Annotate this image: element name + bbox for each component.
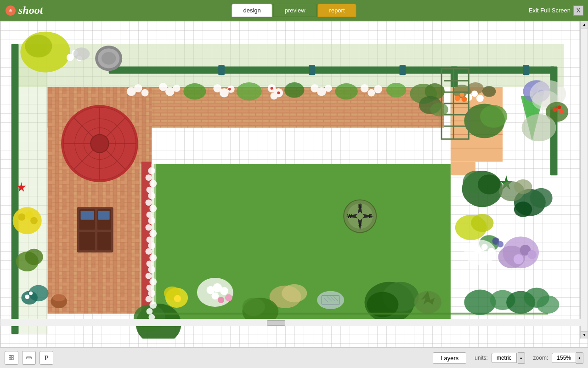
svg-point-240 [553, 107, 557, 112]
svg-point-206 [148, 290, 155, 297]
svg-point-81 [25, 35, 52, 58]
header: shoot design preview report Exit Full Sc… [0, 0, 588, 21]
svg-point-224 [462, 97, 467, 102]
svg-rect-68 [81, 211, 95, 220]
svg-rect-232 [444, 126, 469, 127]
scroll-up-button[interactable]: ▲ [581, 21, 588, 29]
svg-point-134 [471, 214, 493, 232]
ruler-icon-button[interactable] [22, 351, 36, 365]
svg-point-241 [557, 105, 561, 109]
svg-rect-36 [309, 65, 315, 75]
tab-report[interactable]: report [318, 4, 356, 17]
svg-point-197 [146, 236, 153, 243]
svg-point-125 [52, 294, 65, 301]
scroll-down-button[interactable]: ▼ [581, 331, 588, 339]
tab-preview[interactable]: preview [273, 4, 317, 17]
svg-point-111 [386, 83, 406, 98]
zoom-dropdown-button[interactable]: ▲ [576, 352, 583, 364]
svg-rect-245 [11, 356, 13, 357]
svg-point-222 [455, 96, 460, 101]
svg-text:S: S [358, 222, 362, 227]
svg-point-92 [183, 83, 206, 99]
svg-point-102 [277, 92, 280, 94]
svg-point-203 [145, 273, 152, 279]
logo-text: shoot [18, 4, 43, 17]
units-select[interactable]: metric ▲ [492, 352, 525, 364]
svg-point-221 [476, 95, 484, 102]
svg-point-117 [18, 213, 26, 221]
svg-rect-69 [98, 211, 110, 220]
svg-point-196 [149, 230, 157, 237]
svg-point-200 [149, 254, 157, 262]
svg-rect-34 [11, 44, 19, 334]
svg-point-157 [174, 295, 181, 302]
svg-point-191 [145, 199, 152, 206]
zoom-label: zoom: [533, 355, 548, 361]
svg-point-109 [368, 89, 375, 97]
units-dropdown-button[interactable]: ▲ [518, 352, 525, 364]
svg-point-107 [335, 83, 358, 99]
svg-point-121 [25, 249, 43, 265]
svg-point-207 [145, 296, 152, 302]
svg-point-190 [148, 192, 155, 200]
svg-point-91 [173, 85, 181, 92]
vertical-scrollbar[interactable]: ▲ ▼ [580, 21, 588, 339]
exit-fullscreen-button[interactable]: Exit Full Screen [529, 7, 571, 14]
svg-point-161 [220, 287, 228, 295]
svg-point-188 [149, 180, 157, 187]
svg-rect-39 [523, 65, 530, 75]
svg-rect-244 [9, 356, 11, 357]
logo-area: shoot [0, 4, 43, 17]
bottom-toolbar: P Layers units: metric ▲ zoom: 155% ▲ [0, 347, 588, 368]
svg-text:W: W [347, 213, 352, 219]
svg-point-163 [225, 294, 232, 301]
close-button[interactable]: X [573, 6, 583, 16]
units-label: units: [475, 355, 488, 361]
svg-point-53 [102, 52, 116, 65]
svg-point-94 [220, 88, 229, 98]
svg-point-142 [514, 254, 524, 264]
svg-point-204 [149, 278, 157, 286]
zoom-select[interactable]: 155% ▲ [552, 352, 583, 364]
svg-point-103 [284, 82, 304, 98]
svg-point-193 [146, 212, 153, 218]
svg-point-96 [228, 88, 231, 91]
svg-point-126 [25, 294, 29, 299]
canvas-area[interactable]: N S E W [0, 21, 588, 347]
svg-point-137 [497, 241, 503, 247]
scrollbar-thumb[interactable] [267, 320, 285, 326]
svg-rect-66 [79, 232, 96, 250]
svg-point-149 [530, 188, 552, 208]
svg-point-110 [374, 85, 382, 93]
svg-point-147 [479, 253, 486, 259]
units-value: metric [492, 353, 517, 363]
svg-point-101 [271, 87, 273, 90]
svg-point-201 [146, 260, 153, 267]
svg-point-220 [471, 91, 478, 97]
svg-point-141 [527, 250, 537, 259]
svg-point-189 [146, 187, 153, 193]
svg-point-202 [148, 266, 155, 273]
svg-rect-67 [97, 232, 111, 250]
svg-point-106 [325, 85, 332, 92]
layers-button[interactable]: Layers [433, 352, 466, 364]
svg-point-243 [522, 114, 556, 141]
svg-point-119 [30, 217, 38, 224]
horizontal-scrollbar[interactable] [0, 319, 581, 326]
svg-point-208 [149, 301, 157, 309]
svg-point-236 [430, 103, 448, 116]
svg-point-100 [271, 92, 278, 100]
svg-rect-37 [399, 65, 406, 75]
svg-point-242 [559, 109, 564, 114]
svg-rect-231 [444, 114, 469, 115]
svg-point-199 [145, 248, 152, 255]
svg-point-87 [134, 84, 142, 92]
svg-point-88 [141, 89, 149, 97]
svg-point-180 [242, 298, 265, 316]
plant-button[interactable]: P [40, 351, 53, 365]
svg-point-152 [514, 179, 532, 194]
svg-point-192 [149, 205, 157, 212]
exit-fullscreen-area: Exit Full Screen X [529, 6, 583, 16]
grid-icon-button[interactable] [5, 351, 18, 365]
tab-design[interactable]: design [232, 4, 272, 17]
